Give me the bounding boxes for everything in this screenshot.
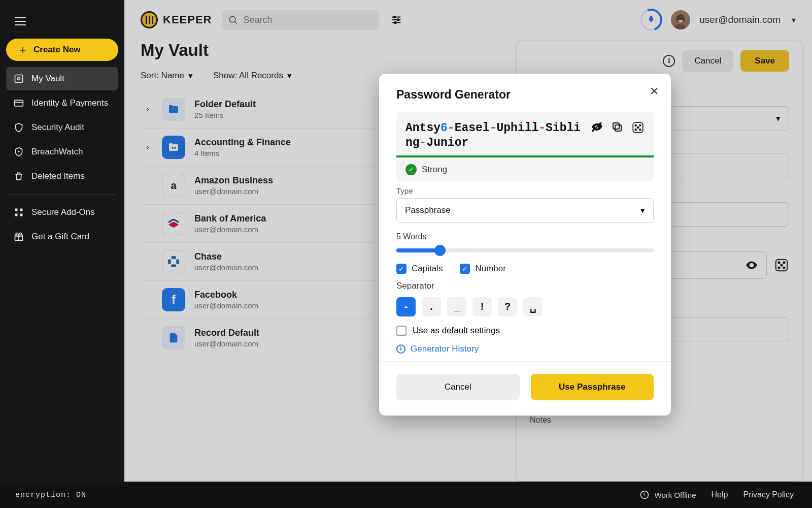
svg-rect-7 <box>20 214 23 216</box>
sidebar-item-label: Secure Add-Ons <box>31 207 95 217</box>
encryption-status: encryption: ON <box>15 491 86 499</box>
main-content: KEEPER user@domain.com ▾ My Vault <box>124 0 812 482</box>
svg-rect-28 <box>613 123 619 129</box>
sidebar-item-deleted[interactable]: Deleted Items <box>6 165 118 188</box>
checkbox-checked-icon: ✓ <box>460 264 470 274</box>
number-label: Number <box>475 264 505 274</box>
capitals-label: Capitals <box>412 264 443 274</box>
divider <box>9 194 115 195</box>
apps-icon <box>13 207 24 218</box>
shield-icon <box>13 122 24 133</box>
gift-icon <box>13 231 24 242</box>
card-icon <box>13 98 24 109</box>
close-icon[interactable]: ✕ <box>650 85 659 98</box>
sidebar-item-identity[interactable]: Identity & Payments <box>6 91 118 115</box>
sidebar-nav: My Vault Identity & Payments Security Au… <box>6 67 118 248</box>
generator-type-select[interactable]: Passphrase ▾ <box>396 198 654 223</box>
sidebar-item-label: BreachWatch <box>31 147 83 157</box>
svg-point-31 <box>639 124 641 126</box>
type-label: Type <box>396 186 654 195</box>
capitals-checkbox[interactable]: ✓ Capitals <box>396 264 443 274</box>
sidebar-item-label: My Vault <box>31 74 64 84</box>
sidebar-item-gift-card[interactable]: Get a Gift Card <box>6 225 118 248</box>
sidebar-item-breachwatch[interactable]: BreachWatch <box>6 140 118 164</box>
strength-label: Strong <box>422 165 447 175</box>
vault-icon <box>13 73 24 84</box>
sidebar-item-label: Get a Gift Card <box>31 232 89 242</box>
shield-alert-icon <box>13 146 24 157</box>
checkbox-checked-icon: ✓ <box>396 264 407 274</box>
separator-options: -._!?␣ <box>396 297 654 316</box>
regenerate-icon[interactable] <box>631 121 645 134</box>
sidebar-item-label: Deleted Items <box>31 171 85 181</box>
default-settings-label: Use as default settings <box>413 326 500 336</box>
default-settings-checkbox[interactable]: ✓ <box>396 326 407 336</box>
shield-check-icon: ✓ <box>405 164 417 175</box>
footer: encryption: ON Work Offline Help Privacy… <box>0 482 812 508</box>
sidebar: ＋ Create New My Vault Identity & Payment… <box>0 0 124 482</box>
generated-passphrase: Antsy6-Easel-Uphill-Sibling-Junior <box>405 121 586 150</box>
create-new-label: Create New <box>33 45 81 55</box>
svg-rect-27 <box>615 125 621 131</box>
create-new-button[interactable]: ＋ Create New <box>6 39 118 61</box>
passphrase-display-box: Antsy6-Easel-Uphill-Sibling-Junior ✓ Str… <box>396 112 654 181</box>
words-slider[interactable] <box>396 248 654 252</box>
separator-option[interactable]: . <box>422 297 441 316</box>
privacy-link[interactable]: Privacy Policy <box>743 490 794 499</box>
svg-point-34 <box>637 127 639 129</box>
copy-icon[interactable] <box>611 121 623 134</box>
svg-rect-2 <box>15 100 23 106</box>
svg-point-33 <box>639 129 641 131</box>
eye-off-icon[interactable] <box>591 121 603 134</box>
separator-option[interactable]: ␣ <box>523 297 543 316</box>
svg-rect-0 <box>15 75 23 83</box>
svg-point-30 <box>635 124 636 126</box>
separator-label: Separator <box>396 281 654 291</box>
svg-point-32 <box>635 129 636 131</box>
sidebar-item-label: Identity & Payments <box>31 98 108 108</box>
sidebar-item-add-ons[interactable]: Secure Add-Ons <box>6 201 118 224</box>
words-count-label: 5 Words <box>396 232 654 241</box>
svg-point-3 <box>18 151 19 152</box>
sidebar-item-security-audit[interactable]: Security Audit <box>6 116 118 139</box>
info-icon: i <box>396 344 405 354</box>
help-link[interactable]: Help <box>712 490 728 499</box>
modal-cancel-button[interactable]: Cancel <box>396 374 520 400</box>
svg-rect-6 <box>15 214 18 216</box>
sidebar-item-label: Security Audit <box>31 122 84 133</box>
use-passphrase-button[interactable]: Use Passphrase <box>531 374 654 400</box>
sidebar-item-my-vault[interactable]: My Vault <box>6 67 118 90</box>
svg-point-1 <box>18 78 20 80</box>
separator-option[interactable]: _ <box>447 297 466 316</box>
svg-rect-5 <box>20 209 23 211</box>
modal-title: Password Generator <box>396 88 654 102</box>
generator-type-value: Passphrase <box>405 205 451 215</box>
work-offline-button[interactable]: Work Offline <box>639 490 696 500</box>
separator-option[interactable]: - <box>396 297 416 316</box>
svg-rect-4 <box>15 209 18 211</box>
separator-option[interactable]: ! <box>472 297 492 316</box>
separator-option[interactable]: ? <box>498 297 517 316</box>
number-checkbox[interactable]: ✓ Number <box>460 264 505 274</box>
password-generator-modal: Password Generator ✕ Antsy6-Easel-Uphill… <box>379 74 671 416</box>
generator-history-link[interactable]: i Generator History <box>396 344 654 354</box>
menu-icon[interactable] <box>10 11 30 31</box>
chevron-down-icon: ▾ <box>640 205 645 216</box>
trash-icon <box>13 171 24 182</box>
offline-icon <box>639 490 650 500</box>
